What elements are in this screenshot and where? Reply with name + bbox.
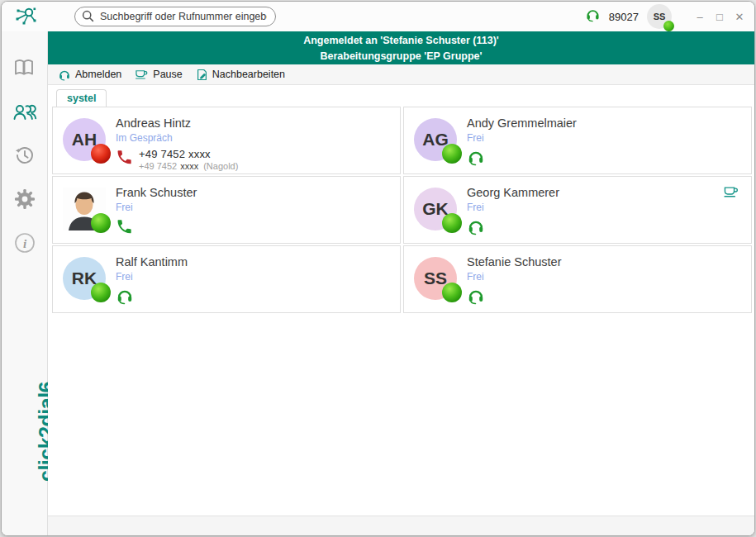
pause-button[interactable]: Pause [135,69,182,80]
coffee-cup-icon [723,185,739,202]
phone-numbers: +49 7452 xxxx +49 7452xxxx(Nagold) [139,149,238,172]
headset-icon [116,288,134,305]
contact-actions [467,288,743,305]
contact-name: Frank Schuster [116,186,392,200]
agent-number: 89027 [609,11,639,23]
avatar: AG [414,118,457,161]
wrapup-label: Nachbearbeiten [212,69,285,80]
headset-icon [467,149,485,166]
primary-number: +49 7452 xxxx [139,149,238,159]
contact-actions: +49 7452 xxxx +49 7452xxxx(Nagold) [116,149,392,172]
presence-dot [91,283,111,302]
contact-actions [116,288,392,305]
titlebar: 89027 SS – □ ✕ [2,2,754,31]
presence-dot [91,213,111,233]
logout-label: Abmelden [75,69,121,80]
contact-status: Frei [467,201,743,214]
close-button[interactable]: ✕ [731,7,748,26]
history-icon [14,145,36,166]
avatar [63,188,106,230]
toolbar: Abmelden Pause Nachbearbeiten [48,64,754,85]
avatar: SS [414,257,457,300]
headset-icon [467,288,485,305]
coffee-cup-icon [135,69,149,80]
search-box [74,7,276,26]
user-initials: SS [654,12,666,21]
status-footer [48,516,754,536]
contact-status: Frei [467,131,743,145]
user-presence-dot [663,21,674,31]
login-banner: Angemeldet an 'Stefanie Schuster (113)' … [48,31,754,64]
presence-dot [442,144,462,164]
tab-content: systel AH Andreas Hintz Im Gespräch +49 … [48,85,754,516]
tab-systel[interactable]: systel [56,89,107,107]
contact-name: Georg Kammerer [467,186,743,200]
headset-action[interactable] [116,288,134,305]
tabstrip: systel [48,85,754,107]
contact-status: Frei [467,270,743,283]
note-edit-icon [196,69,208,81]
contact-actions [467,218,743,235]
call-action[interactable] [116,218,132,235]
contact-name: Andy Gremmelmaier [467,116,743,131]
phone-icon [116,218,132,235]
headset-action[interactable] [467,218,485,235]
coffee-cup-icon [723,185,739,198]
search-icon [82,10,94,26]
window-controls: – □ ✕ [692,7,748,26]
logout-button[interactable]: Abmelden [58,69,121,81]
sidebar: i click2dial6 systel. [2,31,48,536]
maximize-button[interactable]: □ [711,7,728,26]
contact-card[interactable]: AH Andreas Hintz Im Gespräch +49 7452 xx… [52,107,401,174]
presence-dot [91,144,111,164]
banner-line1: Angemeldet an 'Stefanie Schuster (113)' [303,33,499,48]
avatar: AH [63,118,106,161]
app-logo-network-icon [10,7,41,26]
contact-status: Frei [116,270,392,283]
phone-icon [116,149,132,165]
wrapup-button[interactable]: Nachbearbeiten [196,69,285,81]
avatar: GK [414,188,457,230]
brand-logo: click2dial6 systel. [2,369,48,493]
headset-icon [58,69,71,81]
sidebar-item-settings[interactable] [12,186,38,212]
banner-line2: Berabeitungsgruppe 'EP Gruppe' [320,49,482,64]
contact-grid: AH Andreas Hintz Im Gespräch +49 7452 xx… [52,107,752,313]
presence-dot [442,213,462,233]
gear-icon [14,188,36,210]
sidebar-item-info[interactable]: i [12,230,38,256]
contact-card[interactable]: Frank Schuster Frei [52,176,401,244]
contact-name: Stefanie Schuster [467,255,743,269]
pause-label: Pause [153,69,182,80]
contact-card[interactable]: RK Ralf Kantimm Frei [52,245,401,313]
contact-card[interactable]: AG Andy Gremmelmaier Frei [403,107,752,174]
headset-action[interactable] [467,288,485,305]
call-action-busy[interactable] [116,149,132,165]
contact-name: Andreas Hintz [116,116,392,131]
secondary-number: +49 7452xxxx(Nagold) [139,161,238,172]
contact-card[interactable]: SS Stefanie Schuster Frei [403,245,752,313]
headset-status-icon [585,7,601,26]
contact-name: Ralf Kantimm [116,255,392,269]
people-icon [12,102,37,121]
contact-card[interactable]: GK Georg Kammerer Frei [403,176,752,244]
info-icon: i [14,232,36,254]
headset-icon [467,218,485,235]
svg-text:i: i [22,237,26,250]
sidebar-item-history[interactable] [12,142,38,169]
sidebar-item-phonebook[interactable] [12,55,38,81]
user-avatar[interactable]: SS [647,4,672,29]
contact-actions [116,218,392,235]
avatar: RK [63,257,106,300]
contact-status: Frei [116,201,392,214]
contact-actions [467,149,743,166]
search-input[interactable] [74,7,276,26]
app-window: 89027 SS – □ ✕ [1,1,755,536]
presence-dot [442,283,462,302]
sidebar-item-team[interactable] [12,98,38,125]
headset-action[interactable] [467,149,485,166]
book-icon [13,58,36,78]
contact-status: Im Gespräch [116,131,392,145]
minimize-button[interactable]: – [692,7,708,26]
